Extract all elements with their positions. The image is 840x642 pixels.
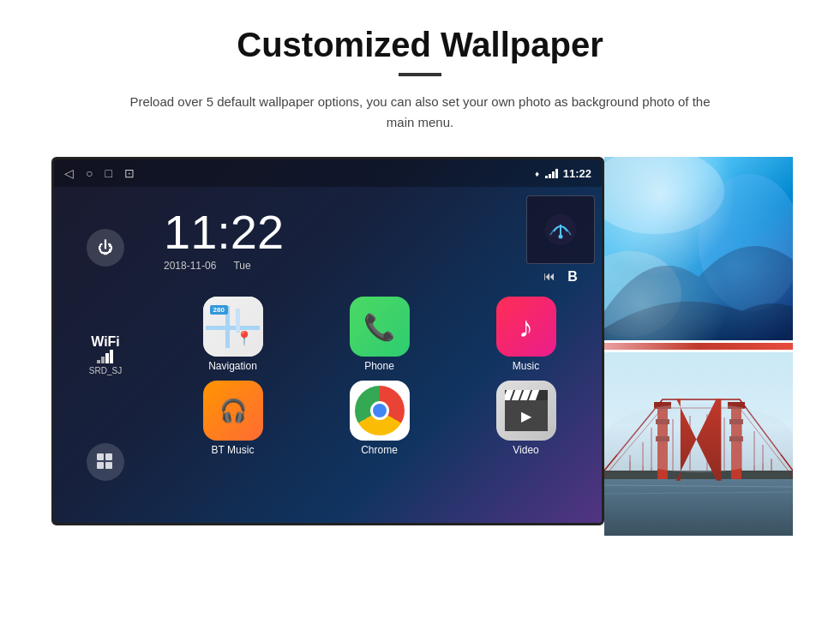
svg-rect-1 [101, 357, 105, 363]
app-item-navigation[interactable]: 280 📍 Navigation [164, 297, 302, 372]
map-badge: 280 [210, 305, 228, 315]
media-controls: ⏮ B [543, 269, 578, 285]
media-widget: ⏮ B [526, 195, 595, 285]
signal-bars [545, 168, 558, 178]
music-icon: ♪ [496, 297, 556, 357]
clock-display: 11:22 [164, 208, 284, 256]
app-item-video[interactable]: ▶ Video [457, 381, 595, 456]
wallpaper-thumbnails [604, 157, 793, 536]
signal-bar-1 [545, 176, 548, 178]
svg-rect-7 [105, 462, 112, 469]
chrome-inner-circle [370, 401, 389, 420]
wallpaper-top-ice[interactable] [604, 157, 793, 340]
status-time: 11:22 [563, 167, 591, 180]
signal-bar-2 [549, 174, 551, 178]
apps-grid-icon [96, 453, 115, 471]
phone-label: Phone [364, 360, 394, 372]
home-icon[interactable]: ○ [86, 166, 93, 180]
screenshot-icon[interactable]: ⊡ [124, 166, 135, 180]
left-sidebar: ⏻ WiFi SRD_SJ [54, 187, 157, 523]
svg-point-13 [604, 251, 681, 337]
title-divider [399, 73, 441, 76]
power-button[interactable]: ⏻ [87, 229, 124, 267]
android-screen: ◁ ○ □ ⊡ ⬧ 11:22 [51, 157, 604, 525]
svg-rect-3 [110, 350, 113, 363]
app-grid: 280 📍 Navigation 📞 [164, 293, 595, 459]
svg-rect-15 [604, 479, 793, 536]
app-item-chrome[interactable]: Chrome [310, 381, 448, 456]
device-container: ◁ ○ □ ⊡ ⬧ 11:22 [51, 157, 789, 536]
bt-music-label: BT Music [212, 444, 255, 456]
clock-section: 11:22 2018-11-06 Tue [164, 208, 284, 272]
bt-music-icon: 🎧 [203, 381, 263, 441]
signal-bar-3 [552, 171, 555, 178]
svg-point-12 [699, 174, 793, 311]
media-icon-box [526, 195, 595, 264]
clock-day: Tue [233, 260, 250, 272]
chrome-circle [355, 386, 405, 435]
clapper-top [505, 390, 548, 400]
page-wrapper: Customized Wallpaper Preload over 5 defa… [0, 0, 840, 553]
app-item-music[interactable]: ♪ Music [457, 297, 595, 372]
svg-rect-0 [97, 360, 100, 363]
recent-icon[interactable]: □ [105, 166, 111, 180]
chrome-icon [350, 381, 410, 441]
prev-track-icon[interactable]: ⏮ [543, 269, 555, 285]
svg-point-11 [604, 157, 724, 234]
wallpaper-middle-bar[interactable] [604, 343, 793, 350]
power-icon: ⏻ [98, 239, 113, 257]
music-symbol: ♪ [519, 310, 533, 344]
apps-button[interactable] [87, 443, 124, 481]
ice-wallpaper-bg [604, 157, 793, 340]
headphones-icon: 🎧 [219, 398, 247, 424]
bluetooth-letter: B [567, 269, 578, 285]
back-icon[interactable]: ◁ [64, 166, 74, 180]
app-item-phone[interactable]: 📞 Phone [310, 297, 448, 372]
wifi-label: WiFi [89, 334, 122, 350]
status-right: ⬧ 11:22 [534, 167, 591, 180]
svg-rect-5 [105, 453, 112, 460]
nav-icons: ◁ ○ □ ⊡ [64, 166, 135, 180]
navigation-label: Navigation [208, 360, 257, 372]
phone-icon: 📞 [350, 297, 410, 357]
signal-bar-4 [555, 169, 558, 178]
chrome-label: Chrome [361, 444, 398, 456]
map-pin-icon: 📍 [236, 330, 253, 346]
bridge-svg [604, 352, 793, 536]
svg-point-9 [559, 235, 563, 239]
wifi-signal [89, 350, 122, 366]
clapper-body: ▶ [505, 400, 548, 431]
wifi-widget: WiFi SRD_SJ [89, 334, 122, 375]
navigation-icon: 280 📍 [203, 297, 263, 357]
ice-cave-svg [604, 157, 793, 340]
center-content: 11:22 2018-11-06 Tue [157, 187, 602, 523]
wallpaper-bottom-bridge[interactable] [604, 352, 793, 536]
svg-rect-4 [97, 453, 104, 460]
media-antenna-icon [543, 213, 578, 247]
clock-date: 2018-11-06 Tue [164, 260, 284, 272]
location-icon: ⬧ [534, 167, 540, 179]
screen-content: ⏻ WiFi SRD_SJ [54, 187, 602, 523]
wifi-ssid: SRD_SJ [89, 366, 122, 375]
bridge-wallpaper-bg [604, 352, 793, 536]
clock-area: 11:22 2018-11-06 Tue [164, 190, 595, 293]
page-title: Customized Wallpaper [237, 26, 603, 64]
clock-date-text: 2018-11-06 [164, 260, 216, 272]
svg-rect-10 [604, 157, 793, 340]
status-bar: ◁ ○ □ ⊡ ⬧ 11:22 [54, 159, 602, 187]
app-item-bt-music[interactable]: 🎧 BT Music [164, 381, 302, 456]
clapperboard-icon: ▶ [505, 390, 548, 431]
svg-rect-2 [105, 353, 109, 363]
video-label: Video [513, 444, 538, 456]
svg-point-38 [604, 404, 793, 472]
phone-symbol: 📞 [363, 312, 395, 342]
page-subtitle: Preload over 5 default wallpaper options… [120, 92, 720, 133]
svg-rect-6 [97, 462, 104, 469]
bt-symbol: 🎧 [219, 398, 247, 424]
music-label: Music [513, 360, 539, 372]
video-icon: ▶ [496, 381, 556, 441]
music-note-icon: ♪ [519, 310, 533, 344]
